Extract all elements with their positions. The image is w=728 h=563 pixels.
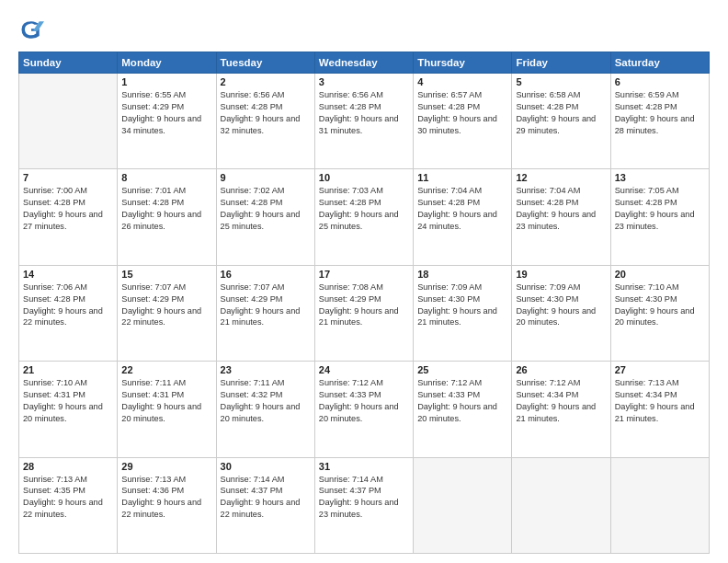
calendar-cell: 27 Sunrise: 7:13 AMSunset: 4:34 PMDaylig…: [610, 362, 709, 457]
day-number: 11: [417, 172, 507, 183]
calendar-cell: [414, 457, 512, 553]
day-number: 24: [319, 364, 409, 375]
cell-info: Sunrise: 7:11 AMSunset: 4:32 PMDaylight:…: [221, 378, 301, 423]
calendar-cell: [19, 74, 118, 169]
calendar-cell: 20 Sunrise: 7:10 AMSunset: 4:30 PMDaylig…: [610, 265, 709, 361]
weekday-header-saturday: Saturday: [610, 52, 709, 74]
page: SundayMondayTuesdayWednesdayThursdayFrid…: [0, 0, 728, 563]
cell-info: Sunrise: 6:57 AMSunset: 4:28 PMDaylight:…: [417, 90, 497, 135]
day-number: 4: [417, 76, 507, 87]
calendar-week-1: 1 Sunrise: 6:55 AMSunset: 4:29 PMDayligh…: [19, 74, 710, 169]
calendar-cell: 26 Sunrise: 7:12 AMSunset: 4:34 PMDaylig…: [512, 362, 610, 457]
cell-info: Sunrise: 7:08 AMSunset: 4:29 PMDaylight:…: [319, 282, 399, 327]
calendar-cell: 18 Sunrise: 7:09 AMSunset: 4:30 PMDaylig…: [414, 265, 512, 361]
cell-info: Sunrise: 7:11 AMSunset: 4:31 PMDaylight:…: [121, 378, 201, 423]
cell-info: Sunrise: 7:02 AMSunset: 4:28 PMDaylight:…: [221, 186, 301, 231]
cell-info: Sunrise: 7:10 AMSunset: 4:31 PMDaylight:…: [23, 378, 103, 423]
day-number: 2: [221, 76, 311, 87]
cell-info: Sunrise: 6:56 AMSunset: 4:28 PMDaylight:…: [221, 90, 301, 135]
day-number: 1: [121, 76, 211, 87]
day-number: 20: [615, 269, 705, 280]
cell-info: Sunrise: 7:14 AMSunset: 4:37 PMDaylight:…: [319, 475, 399, 520]
calendar-cell: 8 Sunrise: 7:01 AMSunset: 4:28 PMDayligh…: [118, 169, 216, 265]
calendar-cell: 3 Sunrise: 6:56 AMSunset: 4:28 PMDayligh…: [314, 74, 413, 169]
calendar-cell: 12 Sunrise: 7:04 AMSunset: 4:28 PMDaylig…: [512, 169, 610, 265]
day-number: 15: [121, 269, 211, 280]
header: [18, 17, 710, 42]
day-number: 8: [121, 172, 211, 183]
day-number: 29: [121, 461, 211, 472]
calendar-cell: 9 Sunrise: 7:02 AMSunset: 4:28 PMDayligh…: [216, 169, 314, 265]
day-number: 25: [417, 364, 507, 375]
calendar-cell: 11 Sunrise: 7:04 AMSunset: 4:28 PMDaylig…: [414, 169, 512, 265]
calendar-week-4: 21 Sunrise: 7:10 AMSunset: 4:31 PMDaylig…: [19, 362, 710, 457]
calendar-cell: 24 Sunrise: 7:12 AMSunset: 4:33 PMDaylig…: [314, 362, 413, 457]
day-number: 28: [23, 461, 113, 472]
day-number: 9: [221, 172, 311, 183]
weekday-header-friday: Friday: [512, 52, 610, 74]
cell-info: Sunrise: 7:01 AMSunset: 4:28 PMDaylight:…: [121, 186, 201, 231]
day-number: 6: [615, 76, 705, 87]
calendar-cell: 10 Sunrise: 7:03 AMSunset: 4:28 PMDaylig…: [314, 169, 413, 265]
day-number: 5: [516, 76, 606, 87]
cell-info: Sunrise: 7:10 AMSunset: 4:30 PMDaylight:…: [615, 282, 695, 327]
day-number: 14: [23, 269, 113, 280]
cell-info: Sunrise: 7:12 AMSunset: 4:33 PMDaylight:…: [417, 378, 497, 423]
calendar-cell: 14 Sunrise: 7:06 AMSunset: 4:28 PMDaylig…: [19, 265, 118, 361]
cell-info: Sunrise: 6:59 AMSunset: 4:28 PMDaylight:…: [615, 90, 695, 135]
calendar-cell: 29 Sunrise: 7:13 AMSunset: 4:36 PMDaylig…: [118, 457, 216, 553]
calendar-cell: 21 Sunrise: 7:10 AMSunset: 4:31 PMDaylig…: [19, 362, 118, 457]
calendar-cell: 28 Sunrise: 7:13 AMSunset: 4:35 PMDaylig…: [19, 457, 118, 553]
weekday-header-tuesday: Tuesday: [216, 52, 314, 74]
day-number: 13: [615, 172, 705, 183]
cell-info: Sunrise: 7:09 AMSunset: 4:30 PMDaylight:…: [516, 282, 596, 327]
day-number: 21: [23, 364, 113, 375]
calendar-week-3: 14 Sunrise: 7:06 AMSunset: 4:28 PMDaylig…: [19, 265, 710, 361]
logo: [18, 17, 48, 42]
calendar-cell: 25 Sunrise: 7:12 AMSunset: 4:33 PMDaylig…: [414, 362, 512, 457]
calendar-cell: 17 Sunrise: 7:08 AMSunset: 4:29 PMDaylig…: [314, 265, 413, 361]
weekday-header-monday: Monday: [118, 52, 216, 74]
cell-info: Sunrise: 6:55 AMSunset: 4:29 PMDaylight:…: [121, 90, 201, 135]
day-number: 31: [319, 461, 409, 472]
day-number: 7: [23, 172, 113, 183]
calendar-table: SundayMondayTuesdayWednesdayThursdayFrid…: [18, 52, 710, 554]
calendar-cell: 5 Sunrise: 6:58 AMSunset: 4:28 PMDayligh…: [512, 74, 610, 169]
calendar-cell: 4 Sunrise: 6:57 AMSunset: 4:28 PMDayligh…: [414, 74, 512, 169]
calendar-cell: 22 Sunrise: 7:11 AMSunset: 4:31 PMDaylig…: [118, 362, 216, 457]
day-number: 22: [121, 364, 211, 375]
calendar-cell: 13 Sunrise: 7:05 AMSunset: 4:28 PMDaylig…: [610, 169, 709, 265]
day-number: 27: [615, 364, 705, 375]
day-number: 10: [319, 172, 409, 183]
weekday-header-wednesday: Wednesday: [314, 52, 413, 74]
cell-info: Sunrise: 7:12 AMSunset: 4:33 PMDaylight:…: [319, 378, 399, 423]
day-number: 12: [516, 172, 606, 183]
weekday-header-row: SundayMondayTuesdayWednesdayThursdayFrid…: [19, 52, 710, 74]
calendar-cell: 23 Sunrise: 7:11 AMSunset: 4:32 PMDaylig…: [216, 362, 314, 457]
day-number: 26: [516, 364, 606, 375]
day-number: 23: [221, 364, 311, 375]
cell-info: Sunrise: 7:03 AMSunset: 4:28 PMDaylight:…: [319, 186, 399, 231]
day-number: 17: [319, 269, 409, 280]
day-number: 16: [221, 269, 311, 280]
cell-info: Sunrise: 7:13 AMSunset: 4:34 PMDaylight:…: [615, 378, 695, 423]
cell-info: Sunrise: 7:13 AMSunset: 4:35 PMDaylight:…: [23, 475, 103, 520]
cell-info: Sunrise: 7:09 AMSunset: 4:30 PMDaylight:…: [417, 282, 497, 327]
calendar-cell: [610, 457, 709, 553]
day-number: 3: [319, 76, 409, 87]
calendar-cell: 1 Sunrise: 6:55 AMSunset: 4:29 PMDayligh…: [118, 74, 216, 169]
cell-info: Sunrise: 7:07 AMSunset: 4:29 PMDaylight:…: [221, 282, 301, 327]
day-number: 18: [417, 269, 507, 280]
cell-info: Sunrise: 7:04 AMSunset: 4:28 PMDaylight:…: [516, 186, 596, 231]
cell-info: Sunrise: 7:12 AMSunset: 4:34 PMDaylight:…: [516, 378, 596, 423]
cell-info: Sunrise: 7:14 AMSunset: 4:37 PMDaylight:…: [221, 475, 301, 520]
cell-info: Sunrise: 7:05 AMSunset: 4:28 PMDaylight:…: [615, 186, 695, 231]
calendar-cell: 16 Sunrise: 7:07 AMSunset: 4:29 PMDaylig…: [216, 265, 314, 361]
day-number: 19: [516, 269, 606, 280]
cell-info: Sunrise: 6:58 AMSunset: 4:28 PMDaylight:…: [516, 90, 596, 135]
calendar-cell: 30 Sunrise: 7:14 AMSunset: 4:37 PMDaylig…: [216, 457, 314, 553]
weekday-header-sunday: Sunday: [19, 52, 118, 74]
calendar-cell: 6 Sunrise: 6:59 AMSunset: 4:28 PMDayligh…: [610, 74, 709, 169]
calendar-cell: 19 Sunrise: 7:09 AMSunset: 4:30 PMDaylig…: [512, 265, 610, 361]
cell-info: Sunrise: 7:00 AMSunset: 4:28 PMDaylight:…: [23, 186, 103, 231]
